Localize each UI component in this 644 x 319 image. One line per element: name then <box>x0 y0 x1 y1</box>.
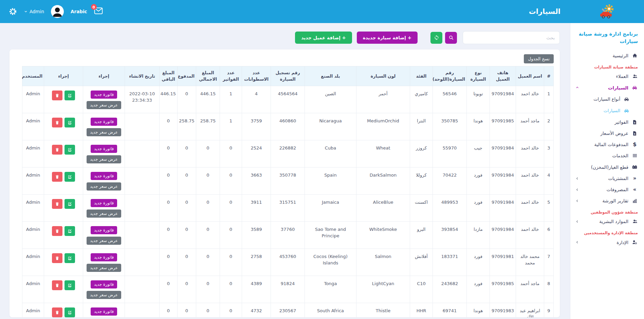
sidebar-item[interactable]: السيارات <box>573 82 639 94</box>
edit-pencil-icon <box>68 175 72 179</box>
edit-pencil-icon <box>68 283 72 287</box>
cell-car-color: Salmon <box>356 248 410 276</box>
new-quote-button[interactable]: عرض سعر جديد <box>87 182 121 191</box>
refresh-button[interactable] <box>430 32 442 44</box>
cell-total-amount: 258.75 <box>196 113 220 140</box>
delete-button[interactable] <box>52 226 62 236</box>
settings-gear-icon[interactable] <box>9 7 17 16</box>
new-quote-button[interactable]: عرض سعر جديد <box>87 210 121 218</box>
car-icon <box>623 96 630 102</box>
language-label[interactable]: Arabic <box>71 9 87 14</box>
users-icon <box>631 74 638 79</box>
cell-index: 3 <box>544 140 554 167</box>
new-quote-button[interactable]: عرض سعر جديد <box>87 101 121 109</box>
new-invoice-button[interactable]: فاتورة جديد <box>91 253 117 261</box>
edit-pencil-icon <box>68 229 72 233</box>
delete-button[interactable] <box>52 307 62 317</box>
edit-pencil-icon <box>68 202 72 206</box>
sidebar-item-label: الموارد البشرية <box>582 219 628 224</box>
cell-user: Admin <box>22 303 44 317</box>
user-silhouette-icon <box>51 5 64 18</box>
sidebar-item[interactable]: الخدمات <box>573 150 639 161</box>
sidebar-item[interactable]: العملاء <box>573 71 639 82</box>
trash-icon <box>55 175 59 179</box>
new-invoice-button[interactable]: فاتورة جديد <box>91 118 117 126</box>
new-quote-button[interactable]: عرض سعر جديد <box>87 128 121 136</box>
new-invoice-button[interactable]: فاتورة جديد <box>91 145 117 153</box>
cell-plate-number: 70422 <box>433 167 467 194</box>
admin-dropdown[interactable]: Admin <box>24 9 44 14</box>
delete-button[interactable] <box>52 280 62 290</box>
cell-registration-number: 460860 <box>271 113 305 140</box>
search-button[interactable] <box>445 32 457 44</box>
new-invoice-button[interactable]: فاتورة جديد <box>91 280 117 288</box>
workshop-logo-icon <box>598 3 616 20</box>
mail-button[interactable]: 0 <box>94 7 103 16</box>
cell-registration-number: 226882 <box>271 140 305 167</box>
new-invoice-button[interactable]: فاتورة جديد <box>91 91 117 99</box>
sidebar-item[interactable]: «المشتريات <box>573 173 639 184</box>
navbar-user-cluster: Admin Arabic 0 <box>0 5 112 18</box>
cell-actions-edit <box>44 140 83 167</box>
cell-actions-edit <box>44 303 83 317</box>
sidebar-item-label: العملاء <box>574 74 628 79</box>
trash-icon <box>55 229 59 233</box>
avatar[interactable] <box>51 5 64 18</box>
new-invoice-button[interactable]: فاتورة جديد <box>91 199 117 207</box>
add-car-button[interactable]: + إضافة سيارة جديدة <box>357 32 418 44</box>
delete-button[interactable] <box>52 172 62 182</box>
delete-button[interactable] <box>52 145 62 155</box>
table-row: 5 خالد احمد 97091984 فورد 489953 اكسنت A… <box>22 194 554 221</box>
dollar-icon: $ <box>631 142 638 147</box>
new-quote-button[interactable]: عرض سعر جديد <box>87 155 121 163</box>
delete-button[interactable] <box>52 118 62 127</box>
add-client-button[interactable]: + إضافة عميل جديد <box>295 32 352 44</box>
sidebar-item[interactable]: الإدارة <box>573 237 639 248</box>
sidebar-item[interactable]: قطع الغيار(المخزن) <box>573 161 639 173</box>
edit-button[interactable] <box>65 253 75 263</box>
cell-client-name: ماجد أحمد <box>516 113 544 140</box>
sidebar-item[interactable]: الموارد البشرية <box>573 216 639 227</box>
cell-paid-amount: 0 <box>178 167 196 194</box>
edit-button[interactable] <box>65 172 75 182</box>
sidebar-item[interactable]: السيارات <box>573 105 639 117</box>
cell-actions-documents: فاتورة جديد عرض سعر جديد <box>83 248 125 276</box>
search-input[interactable] <box>463 31 560 44</box>
edit-button[interactable] <box>65 199 75 209</box>
sidebar-section-label: منطقة الإدارة والمستخدمين <box>573 227 639 237</box>
cell-index: 6 <box>544 221 554 248</box>
edit-button[interactable] <box>65 307 75 317</box>
delete-button[interactable] <box>52 199 62 209</box>
sidebar-item[interactable]: أنواع السيارات <box>573 94 639 105</box>
cell-category: البرو <box>410 221 433 248</box>
edit-button[interactable] <box>65 226 75 236</box>
delete-button[interactable] <box>52 91 62 100</box>
new-quote-button[interactable]: عرض سعر جديد <box>87 291 121 299</box>
table-row: 7 محمد خالد محمد 97091981 فورد 183371 أف… <box>22 248 554 276</box>
cell-invoice-count: 1 <box>220 86 242 113</box>
sidebar-item[interactable]: $الفواتير <box>573 117 639 128</box>
sidebar-item[interactable]: الرئيسية <box>573 50 639 61</box>
edit-button[interactable] <box>65 91 75 100</box>
edit-button[interactable] <box>65 118 75 127</box>
new-invoice-button[interactable]: فاتورة جديد <box>91 226 117 234</box>
column-header: رقم تسجيل السيارة <box>271 66 305 86</box>
edit-button[interactable] <box>65 145 75 155</box>
sidebar-item[interactable]: $عروض الأسعار <box>573 128 639 139</box>
cell-invoice-count: 0 <box>220 248 242 276</box>
cell-car-color: DarkSalmon <box>356 167 410 194</box>
sidebar-item-label: الرئيسية <box>574 53 628 58</box>
chevron-left-icon <box>574 220 579 223</box>
sidebar-item[interactable]: $المدفوعات المالية <box>573 139 639 150</box>
delete-button[interactable] <box>52 253 62 263</box>
new-quote-button[interactable]: عرض سعر جديد <box>87 237 121 245</box>
new-invoice-button[interactable]: فاتورة جديد <box>91 307 117 316</box>
new-invoice-button[interactable]: فاتورة جديد <box>91 172 117 180</box>
copy-table-button[interactable]: نسخ الجدول <box>524 54 554 63</box>
sidebar-item[interactable]: »المصروفات <box>573 184 639 195</box>
edit-button[interactable] <box>65 280 75 290</box>
new-quote-button[interactable]: عرض سعر جديد <box>87 264 121 272</box>
sidebar-item[interactable]: تقارير الورشة <box>573 195 639 206</box>
cell-actions-edit <box>44 221 83 248</box>
edit-pencil-icon <box>68 256 72 260</box>
